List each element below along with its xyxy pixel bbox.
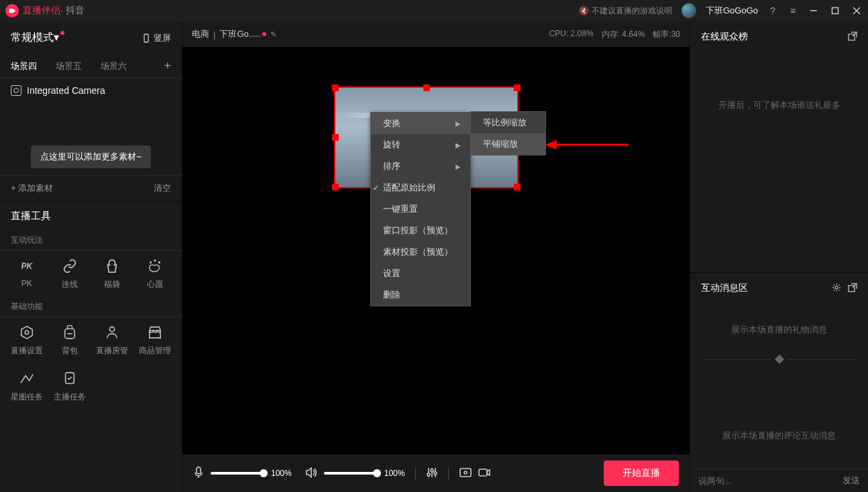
tool-link[interactable]: 连线 (48, 257, 91, 290)
speaker-volume-slider[interactable] (324, 472, 378, 475)
performance-stats: CPU: 2.08% 内存: 4.64% 帧率:30 (549, 29, 680, 40)
resize-handle[interactable] (332, 134, 339, 141)
svg-point-12 (110, 327, 115, 332)
tab-scene-6[interactable]: 场景六 (101, 60, 127, 72)
tool-backpack[interactable]: 背包 (48, 324, 91, 357)
tool-goods[interactable]: 商品管理 (133, 324, 176, 357)
close-button[interactable] (851, 5, 863, 17)
menu-transform[interactable]: 变换▶ (371, 113, 470, 134)
minimize-button[interactable] (808, 5, 820, 17)
speaker-volume-value: 100% (384, 469, 405, 478)
submenu-tile[interactable]: 平铺缩放 (471, 133, 545, 155)
menu-source-project[interactable]: 素材投影（预览） (371, 241, 470, 263)
mic-volume-value: 100% (271, 469, 292, 478)
svg-point-20 (427, 473, 430, 476)
mic-volume-slider[interactable] (211, 472, 264, 475)
stream-category[interactable]: 电商 (192, 28, 209, 40)
mic-icon[interactable] (193, 467, 204, 481)
svg-point-22 (434, 472, 437, 475)
record-icon[interactable] (478, 468, 490, 479)
settings-icon (18, 324, 36, 341)
chat-input-field[interactable] (698, 476, 836, 486)
svg-rect-2 (832, 8, 838, 14)
resize-handle[interactable] (332, 184, 339, 190)
svg-rect-25 (479, 469, 487, 476)
live-dot-icon (262, 32, 266, 36)
canvas[interactable]: 变换▶ 旋转▶ 排序▶ 适配原始比例 一键重置 窗口投影（预览） 素材投影（预览… (182, 48, 690, 454)
preview-area: 电商 | 下班Go..... ✎ CPU: 2.08% 内存: 4.64% 帧率… (182, 21, 690, 492)
context-menu: 变换▶ 旋转▶ 排序▶ 适配原始比例 一键重置 窗口投影（预览） 素材投影（预览… (370, 112, 471, 306)
tool-wish[interactable]: 心愿 (133, 257, 176, 290)
stream-title: 下班Go..... (219, 28, 260, 40)
menu-delete[interactable]: 删除 (371, 284, 470, 306)
divider (690, 356, 868, 363)
chevron-right-icon: ▶ (455, 141, 461, 149)
add-material-button[interactable]: + 添加素材 (11, 182, 53, 194)
resize-handle[interactable] (514, 184, 521, 190)
mixer-icon[interactable] (427, 467, 437, 480)
tool-anchor-task[interactable]: 主播任务 (48, 370, 91, 403)
app-subtitle: · 抖音 (60, 5, 85, 17)
menu-order[interactable]: 排序▶ (371, 156, 470, 177)
menu-icon[interactable]: ≡ (788, 5, 798, 16)
wish-icon (146, 257, 164, 275)
username: 下班GoGoGo (706, 5, 758, 17)
popout-icon[interactable] (848, 32, 857, 43)
svg-point-24 (464, 471, 467, 474)
speaker-icon[interactable] (305, 467, 317, 480)
interactive-header: 互动玩法 (0, 231, 182, 251)
screenshot-icon[interactable] (459, 468, 472, 479)
tool-star-task[interactable]: 星图任务 (5, 370, 48, 403)
svg-rect-23 (460, 469, 471, 477)
submenu-proportional[interactable]: 等比例缩放 (471, 112, 545, 133)
menu-settings[interactable]: 设置 (371, 263, 470, 284)
svg-point-7 (154, 260, 156, 261)
comment-placeholder: 展示本场直播的评论互动消息 (690, 363, 868, 469)
scene-tabs: 场景四 场景五 场景六 + (0, 54, 182, 78)
add-scene-button[interactable]: + (164, 59, 171, 73)
menu-window-project[interactable]: 窗口投影（预览） (371, 220, 470, 241)
tab-scene-5[interactable]: 场景五 (56, 60, 82, 72)
shop-icon (146, 324, 164, 341)
svg-rect-5 (144, 34, 148, 42)
orientation-toggle[interactable]: 竖屏 (142, 32, 171, 44)
svg-rect-16 (197, 467, 201, 474)
source-item[interactable]: Integrated Camera (0, 78, 182, 103)
menu-rotate[interactable]: 旋转▶ (371, 134, 470, 156)
notice-link[interactable]: 🔇不建议直播的游戏说明 (579, 5, 672, 17)
bag-icon (103, 257, 121, 275)
audience-placeholder: 开播后，可了解本场谁送礼最多 (690, 52, 868, 272)
resize-handle[interactable] (514, 84, 521, 91)
backpack-icon (61, 324, 78, 341)
send-button[interactable]: 发送 (843, 475, 860, 487)
clear-button[interactable]: 清空 (154, 182, 171, 194)
gift-placeholder: 展示本场直播的礼物消息 (690, 304, 868, 356)
mode-selector[interactable]: 常规模式▾ (11, 31, 64, 45)
audience-header: 在线观众榜 (701, 31, 748, 43)
menu-fit-original[interactable]: 适配原始比例 (371, 177, 470, 198)
tool-room-admin[interactable]: 直播房管 (91, 324, 134, 357)
settings-icon[interactable] (832, 283, 841, 294)
menu-reset[interactable]: 一键重置 (371, 198, 470, 220)
tab-scene-4[interactable]: 场景四 (11, 60, 37, 72)
user-avatar[interactable] (682, 3, 696, 18)
chevron-right-icon: ▶ (455, 120, 461, 127)
resize-handle[interactable] (332, 84, 339, 91)
speaker-icon: 🔇 (579, 6, 589, 15)
tool-live-settings[interactable]: 直播设置 (5, 324, 48, 357)
help-icon[interactable]: ? (767, 5, 778, 16)
bottom-toolbar: 100% 100% 开始直播 (182, 454, 690, 492)
fps-stat: 帧率:30 (653, 29, 680, 40)
resize-handle[interactable] (423, 84, 430, 91)
anchor-task-icon (61, 370, 78, 387)
edit-icon[interactable]: ✎ (270, 30, 276, 39)
tool-luckybag[interactable]: 福袋 (91, 257, 134, 290)
start-stream-button[interactable]: 开始直播 (604, 460, 679, 486)
svg-rect-0 (9, 9, 14, 13)
titlebar: 直播伴侣 · 抖音 🔇不建议直播的游戏说明 下班GoGoGo ? ≡ (0, 0, 868, 21)
tool-pk[interactable]: PKPK (5, 257, 48, 290)
maximize-button[interactable] (829, 5, 841, 17)
admin-icon (103, 324, 121, 341)
popout-icon[interactable] (848, 283, 857, 294)
source-label: Integrated Camera (27, 85, 105, 96)
